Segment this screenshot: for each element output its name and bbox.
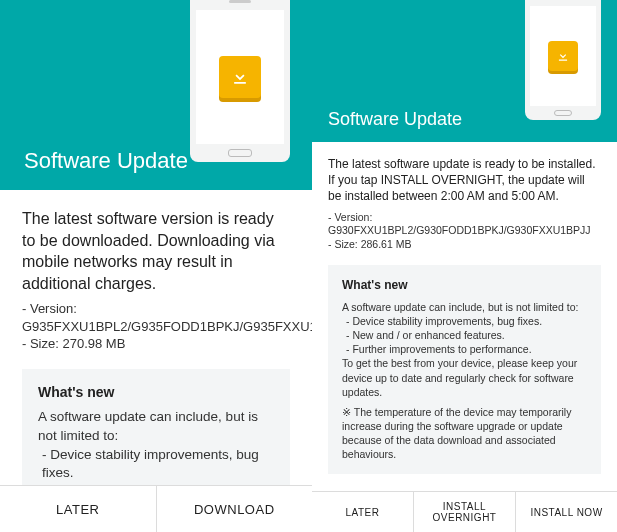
whats-new-card: What's new A software update can include… (22, 369, 290, 485)
page-title: Software Update (24, 148, 188, 174)
hero: Software Update (312, 0, 617, 142)
whats-new-intro: A software update can include, but is no… (38, 408, 274, 445)
whats-new-heading: What's new (342, 277, 587, 293)
whats-new-item: - Device stability improvements, bug fix… (342, 314, 587, 328)
version-line: - Version: G930FXXU1BPL2/G930FODD1BPKJ/G… (328, 211, 601, 238)
install-now-button[interactable]: INSTALL NOW (516, 492, 617, 532)
whats-new-item: - Further improvements to performance. (342, 342, 587, 356)
whats-new-note: ※ The temperature of the device may temp… (342, 405, 587, 462)
version-line: - Version: G935FXXU1BPL2/G935FODD1BPKJ/G… (22, 300, 290, 335)
install-overnight-button[interactable]: INSTALL OVERNIGHT (414, 492, 516, 532)
size-line: - Size: 286.61 MB (328, 238, 601, 252)
download-arrow-icon (548, 41, 578, 71)
download-arrow-icon (219, 56, 261, 98)
phone-illustration (525, 0, 601, 120)
whats-new-card: What's new A software update can include… (328, 265, 601, 473)
page-title: Software Update (328, 109, 462, 130)
size-line: - Size: 270.98 MB (22, 335, 290, 353)
hero: Software Update (0, 0, 312, 190)
whats-new-item: - New and / or enhanced features. (342, 328, 587, 342)
content: The latest software update is ready to b… (312, 142, 617, 491)
screen-download: Software Update The latest software vers… (0, 0, 312, 532)
content: The latest software version is ready to … (0, 190, 312, 485)
screen-install: Software Update The latest software upda… (312, 0, 617, 532)
description: The latest software version is ready to … (22, 208, 290, 294)
whats-new-outro: To get the best from your device, please… (342, 356, 587, 399)
button-bar: LATER INSTALL OVERNIGHT INSTALL NOW (312, 491, 617, 532)
description: The latest software update is ready to b… (328, 156, 601, 205)
download-button[interactable]: DOWNLOAD (157, 486, 313, 532)
whats-new-intro: A software update can include, but is no… (342, 300, 587, 314)
later-button[interactable]: LATER (312, 492, 414, 532)
whats-new-item: - Device stability improvements, bug fix… (38, 446, 274, 483)
later-button[interactable]: LATER (0, 486, 157, 532)
whats-new-heading: What's new (38, 383, 274, 402)
button-bar: LATER DOWNLOAD (0, 485, 312, 532)
phone-illustration (190, 0, 290, 162)
